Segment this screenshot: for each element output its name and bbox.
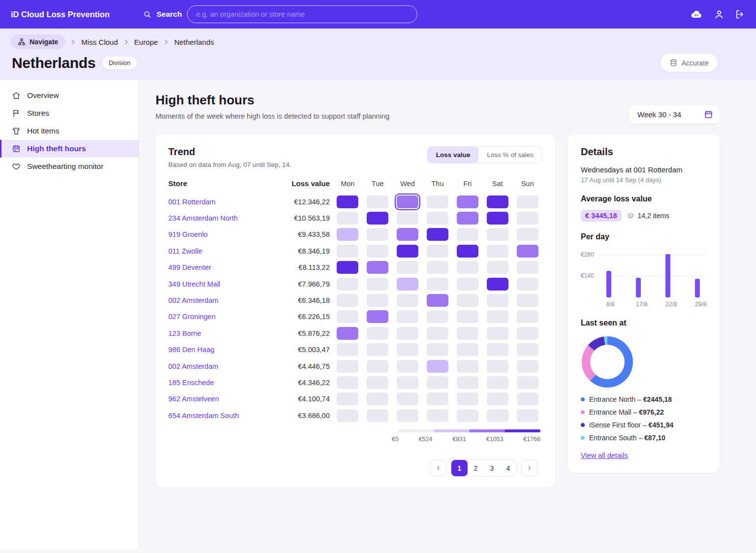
heatmap-cell[interactable] (517, 343, 538, 356)
heatmap-cell[interactable] (487, 343, 508, 356)
heatmap-cell[interactable] (337, 360, 358, 373)
heatmap-cell[interactable] (367, 409, 388, 422)
store-link[interactable]: 185 Enschede (168, 379, 278, 387)
heatmap-cell[interactable] (367, 294, 388, 307)
store-link[interactable]: 234 Amsterdam North (168, 214, 278, 222)
store-link[interactable]: 001 Rotterdam (168, 198, 278, 206)
heatmap-cell[interactable] (517, 261, 538, 274)
heatmap-cell[interactable] (517, 409, 538, 422)
heatmap-cell[interactable] (487, 409, 508, 422)
heatmap-cell[interactable] (367, 195, 388, 208)
heatmap-cell[interactable] (367, 343, 388, 356)
accurate-button[interactable]: Accurate (661, 54, 718, 72)
breadcrumb-item-miss-cloud[interactable]: Miss Cloud (81, 38, 118, 46)
heatmap-cell[interactable] (517, 392, 538, 405)
heatmap-cell[interactable] (337, 228, 358, 241)
heatmap-cell[interactable] (457, 310, 478, 323)
heatmap-cell[interactable] (367, 261, 388, 274)
search-input[interactable] (187, 5, 417, 23)
heatmap-cell[interactable] (367, 360, 388, 373)
heatmap-cell[interactable] (457, 343, 478, 356)
logout-button[interactable] (734, 9, 745, 20)
heatmap-cell[interactable] (427, 228, 448, 241)
page-button[interactable]: 2 (468, 460, 484, 476)
heatmap-cell[interactable] (397, 228, 418, 241)
sidebar-item-overview[interactable]: Overview (0, 87, 139, 104)
heatmap-cell[interactable] (487, 195, 508, 208)
heatmap-cell[interactable] (457, 327, 478, 340)
heatmap-cell[interactable] (427, 261, 448, 274)
heatmap-cell[interactable] (367, 310, 388, 323)
heatmap-cell[interactable] (427, 195, 448, 208)
heatmap-cell[interactable] (397, 310, 418, 323)
heatmap-cell[interactable] (337, 212, 358, 225)
heatmap-cell[interactable] (427, 409, 448, 422)
next-page-button[interactable]: › (521, 460, 537, 476)
heatmap-cell[interactable] (397, 392, 418, 405)
view-all-details-link[interactable]: View all details (581, 452, 628, 459)
heatmap-cell[interactable] (337, 195, 358, 208)
sidebar-item-stores[interactable]: Stores (0, 104, 139, 122)
page-button[interactable]: 1 (451, 460, 468, 476)
heatmap-cell[interactable] (397, 212, 418, 225)
heatmap-cell[interactable] (457, 409, 478, 422)
heatmap-cell[interactable] (457, 392, 478, 405)
heatmap-cell[interactable] (487, 376, 508, 389)
sidebar-item-high-theft-hours[interactable]: High theft hours (0, 140, 139, 158)
previous-page-button[interactable]: ‹ (430, 460, 446, 476)
heatmap-cell[interactable] (457, 294, 478, 307)
heatmap-cell[interactable] (367, 228, 388, 241)
heatmap-cell[interactable] (517, 294, 538, 307)
heatmap-cell[interactable] (457, 228, 478, 241)
heatmap-cell[interactable] (457, 245, 478, 258)
heatmap-cell[interactable] (457, 376, 478, 389)
heatmap-cell[interactable] (457, 261, 478, 274)
heatmap-cell[interactable] (427, 294, 448, 307)
heatmap-cell[interactable] (517, 195, 538, 208)
heatmap-cell[interactable] (337, 376, 358, 389)
heatmap-cell[interactable] (427, 360, 448, 373)
store-link[interactable]: 349 Utrecht Mall (168, 280, 278, 288)
heatmap-cell[interactable] (487, 278, 508, 291)
store-link[interactable]: 499 Deventer (168, 263, 278, 271)
store-link[interactable]: 654 Amsterdam South (168, 412, 278, 420)
heatmap-cell[interactable] (517, 376, 538, 389)
store-link[interactable]: 123 Borne (168, 329, 278, 337)
week-selector[interactable]: Week 30 - 34 (629, 105, 720, 124)
heatmap-cell[interactable] (427, 245, 448, 258)
heatmap-cell[interactable] (517, 327, 538, 340)
navigate-button[interactable]: Navigate (11, 34, 65, 49)
sidebar-item-hot-items[interactable]: Hot items (0, 122, 139, 140)
heatmap-cell[interactable] (517, 310, 538, 323)
heatmap-cell[interactable] (487, 245, 508, 258)
heatmap-cell[interactable] (427, 278, 448, 291)
heatmap-cell[interactable] (457, 212, 478, 225)
account-button[interactable] (714, 9, 724, 20)
heatmap-cell[interactable] (337, 294, 358, 307)
heatmap-cell[interactable] (427, 392, 448, 405)
heatmap-cell[interactable] (337, 392, 358, 405)
heatmap-cell[interactable] (487, 327, 508, 340)
store-link[interactable]: 002 Amsterdam (168, 296, 278, 304)
heatmap-cell[interactable] (457, 360, 478, 373)
store-link[interactable]: 962 Amstelveen (168, 395, 278, 403)
heatmap-cell[interactable] (337, 245, 358, 258)
heatmap-cell[interactable] (397, 409, 418, 422)
store-link[interactable]: 986 Den Haag (168, 346, 278, 354)
heatmap-cell[interactable] (397, 278, 418, 291)
heatmap-cell[interactable] (397, 261, 418, 274)
heatmap-cell[interactable] (367, 392, 388, 405)
heatmap-cell[interactable] (427, 327, 448, 340)
heatmap-cell[interactable] (397, 360, 418, 373)
heatmap-cell[interactable] (397, 245, 418, 258)
heatmap-cell[interactable] (367, 245, 388, 258)
store-link[interactable]: 011 Zwolle (168, 247, 278, 255)
page-button[interactable]: 3 (484, 460, 500, 476)
heatmap-cell[interactable] (427, 310, 448, 323)
toggle-loss-percent[interactable]: Loss % of sales (478, 147, 542, 163)
heatmap-cell[interactable] (487, 310, 508, 323)
heatmap-cell[interactable] (337, 278, 358, 291)
heatmap-cell[interactable] (367, 212, 388, 225)
heatmap-cell[interactable] (517, 212, 538, 225)
heatmap-cell[interactable] (367, 278, 388, 291)
